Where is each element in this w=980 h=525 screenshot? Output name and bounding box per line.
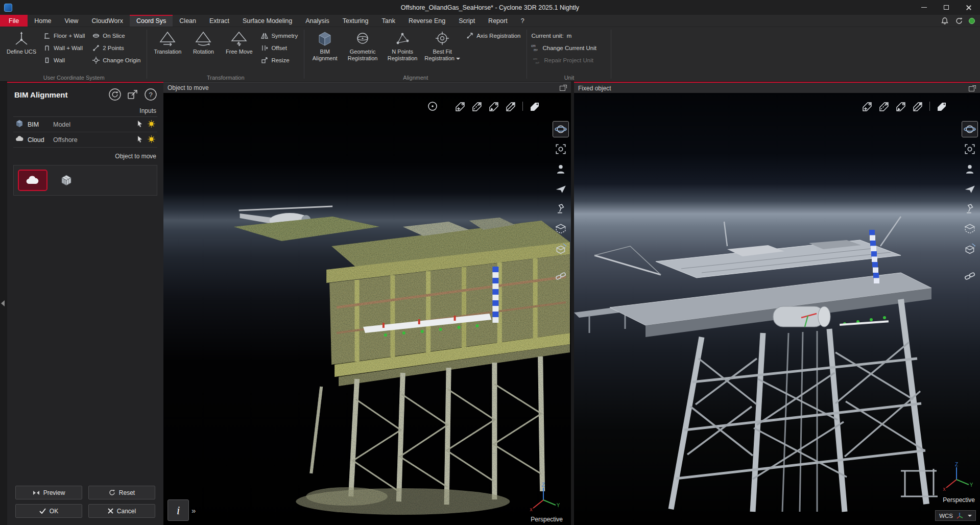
rotation-button[interactable]: Rotation: [187, 29, 220, 57]
tag-delete-icon[interactable]: [911, 100, 924, 112]
tag-icon[interactable]: [528, 100, 541, 112]
axis-gizmo[interactable]: Z x Y: [940, 462, 973, 493]
input-row-bim[interactable]: BIM Model: [13, 117, 157, 132]
fly-mode-icon[interactable]: [553, 181, 568, 197]
tab-view[interactable]: View: [58, 15, 85, 27]
lighting-icon[interactable]: [962, 201, 977, 217]
expand-chevrons[interactable]: »: [192, 506, 196, 515]
sync-icon[interactable]: [954, 16, 964, 26]
move-bim-option[interactable]: [53, 171, 80, 190]
viewer-position-icon[interactable]: [962, 161, 977, 177]
popout-icon[interactable]: [969, 85, 976, 91]
axis-registration-button[interactable]: Axis Registration: [464, 31, 522, 40]
tab-home[interactable]: Home: [28, 15, 58, 27]
wcs-selector[interactable]: WCS: [935, 510, 976, 521]
on-slice-button[interactable]: On Slice: [90, 31, 142, 40]
link-views-icon[interactable]: [553, 268, 568, 283]
tab-cloudworx[interactable]: CloudWorx: [85, 15, 130, 27]
orbit-icon[interactable]: [553, 122, 568, 137]
tag-edit-icon[interactable]: [487, 100, 500, 112]
wall-button[interactable]: Wall: [41, 55, 87, 65]
tag-edit-icon[interactable]: [894, 100, 907, 112]
notifications-bell-icon[interactable]: [940, 16, 949, 26]
define-ucs-button[interactable]: Define UCS: [5, 29, 38, 57]
input-row-cloud[interactable]: Cloud Offshore: [13, 132, 157, 148]
two-points-button[interactable]: 2 Points: [90, 43, 142, 53]
tag-icon[interactable]: [935, 100, 948, 112]
symmetry-button[interactable]: Symmetry: [258, 31, 300, 40]
limit-box-icon[interactable]: [426, 100, 439, 112]
tab-clean[interactable]: Clean: [173, 15, 203, 27]
rotate-box-icon[interactable]: [962, 241, 977, 256]
tag-add-icon[interactable]: [861, 100, 874, 112]
pick-cursor-icon[interactable]: [136, 120, 144, 129]
detach-panel-button[interactable]: [126, 88, 139, 101]
reset-defaults-button[interactable]: [108, 88, 122, 101]
info-panel-toggle[interactable]: i »: [168, 499, 196, 521]
zoom-extents-icon[interactable]: [553, 141, 568, 157]
tag-measure-icon[interactable]: [470, 100, 484, 112]
reset-button[interactable]: Reset: [88, 486, 155, 499]
online-status-icon[interactable]: [969, 18, 975, 24]
resize-button[interactable]: Resize: [258, 55, 300, 65]
popout-icon[interactable]: [560, 85, 567, 91]
axis-gizmo[interactable]: Z x Y: [527, 483, 560, 514]
ribbon-group-transformation: Translation Rotation Free Move: [147, 27, 304, 81]
visibility-bulb-icon[interactable]: [148, 135, 155, 145]
projection-label[interactable]: Perspective: [943, 496, 975, 504]
bim-alignment-button[interactable]: BIM Alignment: [308, 29, 341, 63]
close-button[interactable]: [958, 0, 980, 15]
lighting-icon[interactable]: [553, 201, 568, 217]
offset-button[interactable]: Offset: [258, 43, 300, 53]
link-views-icon[interactable]: [962, 268, 977, 283]
free-move-button[interactable]: Free Move: [223, 29, 255, 57]
tab-script[interactable]: Script: [452, 15, 482, 27]
minimize-button[interactable]: [913, 0, 935, 15]
maximize-button[interactable]: [935, 0, 958, 15]
clipping-box-icon[interactable]: [962, 221, 977, 236]
move-cloud-option[interactable]: [19, 171, 46, 190]
tab-help[interactable]: ?: [514, 15, 531, 27]
orbit-icon[interactable]: [962, 122, 977, 137]
tab-extract[interactable]: Extract: [203, 15, 236, 27]
tab-report[interactable]: Report: [482, 15, 514, 27]
cancel-button[interactable]: Cancel: [88, 504, 155, 518]
tab-texturing[interactable]: Texturing: [336, 15, 375, 27]
geometric-registration-button[interactable]: Geometric Registration: [344, 29, 381, 63]
tag-add-icon[interactable]: [453, 100, 467, 112]
viewport-right-canvas[interactable]: Z x Y Perspective WCS: [574, 93, 980, 525]
viewer-position-icon[interactable]: [553, 161, 568, 177]
ok-button[interactable]: OK: [15, 504, 82, 518]
point-cloud-render[interactable]: [163, 93, 571, 525]
fly-mode-icon[interactable]: [962, 181, 977, 197]
tab-file[interactable]: File: [0, 15, 28, 27]
visibility-bulb-icon[interactable]: [148, 120, 155, 129]
bim-model-render[interactable]: [574, 93, 980, 525]
tab-tank[interactable]: Tank: [375, 15, 401, 27]
viewport-left-canvas[interactable]: i » Z x Y Perspective: [163, 93, 571, 525]
floor-wall-button[interactable]: Floor + Wall: [41, 31, 87, 40]
zoom-extents-icon[interactable]: [962, 141, 977, 157]
preview-button[interactable]: Preview: [15, 486, 82, 499]
tab-coord-sys[interactable]: Coord Sys: [130, 15, 173, 27]
n-points-registration-button[interactable]: N Points Registration: [384, 29, 421, 63]
tab-reverse-eng[interactable]: Reverse Eng: [402, 15, 452, 27]
best-fit-dropdown-caret[interactable]: [456, 58, 460, 60]
clipping-box-icon[interactable]: [553, 221, 568, 236]
change-origin-button[interactable]: Change Origin: [90, 55, 142, 65]
projection-label[interactable]: Perspective: [531, 516, 563, 523]
pick-cursor-icon[interactable]: [136, 135, 144, 145]
panel-collapse-handle[interactable]: [1, 300, 5, 306]
translation-button[interactable]: Translation: [151, 29, 184, 57]
repair-project-unit-button[interactable]: cmm³ Repair Project Unit: [531, 55, 607, 65]
ok-check-icon: [39, 508, 46, 514]
tab-analysis[interactable]: Analysis: [299, 15, 336, 27]
tag-measure-icon[interactable]: [877, 100, 891, 112]
tab-surface-modeling[interactable]: Surface Modeling: [236, 15, 299, 27]
rotate-box-icon[interactable]: [553, 241, 568, 256]
wall-wall-button[interactable]: Wall + Wall: [41, 43, 87, 53]
help-button[interactable]: ?: [144, 88, 157, 101]
tag-delete-icon[interactable]: [504, 100, 517, 112]
best-fit-registration-button[interactable]: Best Fit Registration: [424, 29, 461, 63]
change-current-unit-button[interactable]: cmm³ Change Current Unit: [531, 43, 607, 53]
